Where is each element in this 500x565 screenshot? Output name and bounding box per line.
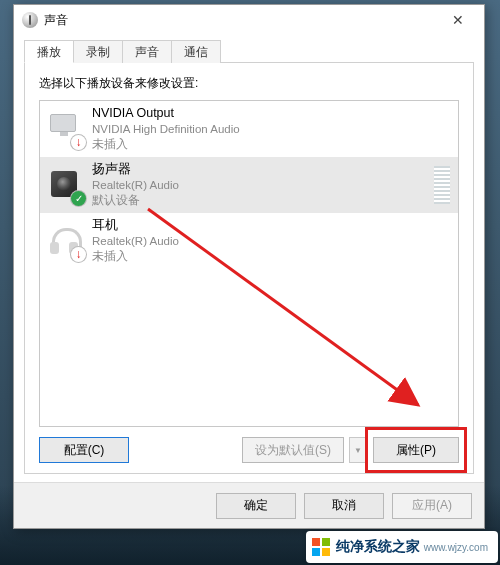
window-title: 声音 xyxy=(44,12,68,29)
tab-3[interactable]: 通信 xyxy=(171,40,221,63)
prompt-text: 选择以下播放设备来修改设置: xyxy=(39,75,459,92)
device-name: 扬声器 xyxy=(92,161,428,178)
ok-button[interactable]: 确定 xyxy=(216,493,296,519)
device-row-2[interactable]: ↓耳机Realtek(R) Audio未插入 xyxy=(40,213,458,269)
device-sub: Realtek(R) Audio xyxy=(92,234,450,250)
titlebar: 声音 ✕ xyxy=(14,5,484,35)
tab-0[interactable]: 播放 xyxy=(24,40,74,63)
apply-button[interactable]: 应用(A) xyxy=(392,493,472,519)
tab-strip: 播放录制声音通信 xyxy=(24,39,474,63)
monitor-icon: ↓ xyxy=(48,112,82,146)
headphones-icon: ↓ xyxy=(48,224,82,258)
device-sub: Realtek(R) Audio xyxy=(92,178,428,194)
configure-button[interactable]: 配置(C) xyxy=(39,437,129,463)
watermark-logo-icon xyxy=(312,538,330,556)
tab-1[interactable]: 录制 xyxy=(73,40,123,63)
tab-2[interactable]: 声音 xyxy=(122,40,172,63)
dialog-body: 播放录制声音通信 选择以下播放设备来修改设置: ↓NVIDIA OutputNV… xyxy=(14,35,484,482)
device-name: 耳机 xyxy=(92,217,450,234)
sound-icon xyxy=(22,12,38,28)
status-default-icon: ✓ xyxy=(71,191,86,206)
sound-dialog: 声音 ✕ 播放录制声音通信 选择以下播放设备来修改设置: ↓NVIDIA Out… xyxy=(13,4,485,529)
device-status: 未插入 xyxy=(92,137,450,153)
device-row-1[interactable]: ✓扬声器Realtek(R) Audio默认设备 xyxy=(40,157,458,213)
watermark-url: www.wjzy.com xyxy=(424,542,488,553)
status-unplugged-icon: ↓ xyxy=(71,135,86,150)
watermark-text: 纯净系统之家 xyxy=(336,538,420,556)
dialog-footer: 确定 取消 应用(A) xyxy=(14,482,484,528)
device-button-row: 配置(C) 设为默认值(S) ▼ 属性(P) xyxy=(39,437,459,463)
vu-meter xyxy=(434,166,450,204)
device-status: 未插入 xyxy=(92,249,450,265)
set-default-dropdown[interactable]: ▼ xyxy=(349,437,367,463)
set-default-button[interactable]: 设为默认值(S) xyxy=(242,437,344,463)
device-status: 默认设备 xyxy=(92,193,428,209)
device-sub: NVIDIA High Definition Audio xyxy=(92,122,450,138)
tab-pane-playback: 选择以下播放设备来修改设置: ↓NVIDIA OutputNVIDIA High… xyxy=(24,63,474,474)
speaker-icon: ✓ xyxy=(48,168,82,202)
device-name: NVIDIA Output xyxy=(92,105,450,122)
close-button[interactable]: ✕ xyxy=(438,7,478,33)
device-list[interactable]: ↓NVIDIA OutputNVIDIA High Definition Aud… xyxy=(39,100,459,427)
status-unplugged-icon: ↓ xyxy=(71,247,86,262)
cancel-button[interactable]: 取消 xyxy=(304,493,384,519)
properties-button[interactable]: 属性(P) xyxy=(373,437,459,463)
watermark: 纯净系统之家 www.wjzy.com xyxy=(306,531,498,563)
device-row-0[interactable]: ↓NVIDIA OutputNVIDIA High Definition Aud… xyxy=(40,101,458,157)
